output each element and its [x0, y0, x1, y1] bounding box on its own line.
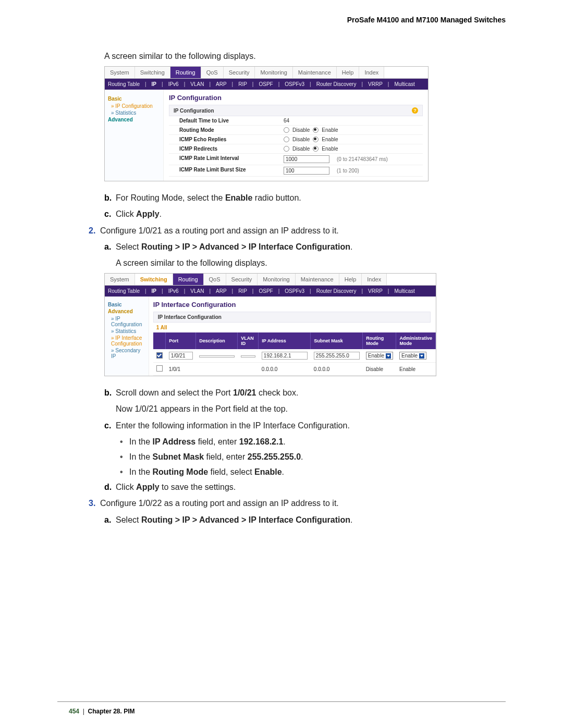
subnav-item[interactable]: IP: [152, 288, 156, 294]
admin-mode-select[interactable]: Enable: [399, 352, 426, 360]
step-b: b.For Routing Mode, select the Enable ra…: [104, 192, 506, 204]
icmp-redir-disable-radio[interactable]: [284, 146, 289, 152]
subnav-item[interactable]: IP: [152, 81, 156, 87]
subnav-item[interactable]: OSPF: [259, 81, 273, 87]
chevron-down-icon: [419, 353, 424, 359]
sidebar-2: Basic Advanced » IP Configuration » Stat…: [105, 297, 149, 376]
sidebar-basic[interactable]: Basic: [108, 96, 160, 102]
subnav-item[interactable]: ARP: [216, 81, 227, 87]
routing-disable-radio[interactable]: [284, 127, 289, 133]
rate-burst-hint: (1 to 200): [337, 168, 359, 174]
sidebar-item-ipintf[interactable]: » IP Interface Configuration: [111, 335, 145, 347]
intro-text: A screen similar to the following displa…: [104, 50, 506, 62]
panel-subhead-2: IP Interface Configuration: [153, 312, 431, 323]
bullet-routing: •In the Routing Mode field, select Enabl…: [120, 466, 506, 478]
interface-table: Port Description VLAN ID IP Address Subn…: [153, 332, 436, 376]
subnav-item[interactable]: ARP: [216, 288, 227, 294]
tab-switching[interactable]: Switching: [135, 67, 170, 78]
tab-index[interactable]: Index: [362, 274, 387, 285]
subnav-item[interactable]: VLAN: [190, 288, 204, 294]
port-input[interactable]: 1/0/21: [169, 352, 193, 360]
routing-enable-radio[interactable]: [313, 127, 319, 133]
subnav-item[interactable]: RIP: [238, 81, 247, 87]
rate-burst-input[interactable]: 100: [284, 167, 329, 175]
th-port: Port: [166, 332, 196, 349]
subnav-item[interactable]: Router Discovery: [316, 288, 357, 294]
tab-maintenance[interactable]: Maintenance: [296, 274, 339, 285]
bullet-mask: •In the Subnet Mask field, enter 255.255…: [120, 451, 506, 463]
tab-maintenance[interactable]: Maintenance: [293, 67, 337, 78]
subnav-item[interactable]: IPv6: [168, 288, 179, 294]
rate-interval-label: ICMP Rate Limit Interval: [179, 155, 284, 163]
row-checkbox[interactable]: [156, 365, 163, 372]
rate-interval-input[interactable]: 1000: [284, 155, 329, 163]
subnav-item[interactable]: VRRP: [368, 81, 383, 87]
subnav-item[interactable]: VRRP: [368, 288, 383, 294]
rate-burst-label: ICMP Rate Limit Burst Size: [179, 167, 284, 175]
th-routing: Routing Mode: [363, 332, 396, 349]
tab-security[interactable]: Security: [226, 274, 258, 285]
routing-mode-label: Routing Mode: [179, 127, 284, 133]
doc-header: ProSafe M4100 and M7100 Managed Switches: [57, 16, 506, 24]
subnav-item[interactable]: VLAN: [190, 81, 204, 87]
step-2c: c.Enter the following information in the…: [104, 419, 506, 431]
tab-switching[interactable]: Switching: [135, 274, 173, 285]
sidebar-item-ipconfig[interactable]: » IP Configuration: [111, 103, 160, 109]
mask-input[interactable]: 255.255.255.0: [314, 352, 360, 360]
sidebar-basic[interactable]: Basic: [108, 302, 145, 307]
sidebar-item-stats[interactable]: » Statistics: [111, 328, 145, 334]
filter-row[interactable]: 1 All: [153, 323, 436, 332]
sidebar: Basic » IP Configuration » Statistics Ad…: [105, 90, 164, 181]
tab-monitoring[interactable]: Monitoring: [258, 274, 295, 285]
th-desc: Description: [196, 332, 238, 349]
help-icon[interactable]: ?: [412, 107, 418, 114]
step-3a: a.Select Routing > IP > Advanced > IP In…: [104, 514, 506, 526]
routing-mode-select[interactable]: Enable: [366, 352, 393, 360]
step-2b: b.Scroll down and select the Port 1/0/21…: [104, 387, 506, 399]
subnav-item[interactable]: OSPFv3: [285, 288, 304, 294]
subnav-item[interactable]: Multicast: [394, 81, 414, 87]
ip-cell: 0.0.0.0: [259, 363, 311, 376]
tab-system[interactable]: System: [105, 274, 135, 285]
sidebar-item-stats[interactable]: » Statistics: [111, 110, 160, 116]
tab-help[interactable]: Help: [337, 67, 360, 78]
tab-help[interactable]: Help: [339, 274, 362, 285]
tab-qos[interactable]: QoS: [204, 274, 226, 285]
page-footer: 454 | Chapter 28. PIM: [69, 708, 135, 715]
step-2a-note: A screen similar to the following displa…: [116, 257, 506, 269]
tab-routing[interactable]: Routing: [173, 274, 204, 285]
ip-input[interactable]: 192.168.2.1: [262, 352, 308, 360]
panel-title: IP Configuration: [169, 94, 423, 102]
th-mask: Subnet Mask: [311, 332, 363, 349]
icmp-echo-enable-radio[interactable]: [313, 137, 319, 142]
sidebar-item-secondary[interactable]: » Secondary IP: [111, 348, 145, 359]
desc-input[interactable]: [199, 355, 235, 357]
subnav-item[interactable]: IPv6: [168, 81, 179, 87]
subnav-item[interactable]: Routing Table: [108, 81, 140, 87]
sidebar-advanced[interactable]: Advanced: [108, 309, 145, 314]
step-2a: a.Select Routing > IP > Advanced > IP In…: [104, 241, 506, 253]
vlan-input[interactable]: [241, 355, 255, 357]
tab-routing[interactable]: Routing: [170, 67, 201, 78]
step-2d: d.Click Apply to save the settings.: [104, 481, 506, 493]
tab-system[interactable]: System: [105, 67, 135, 78]
subnav-item[interactable]: OSPFv3: [285, 81, 304, 87]
subnav-item[interactable]: OSPF: [259, 288, 273, 294]
sub-nav-2: Routing Table| IP| IPv6| VLAN| ARP| RIP|…: [105, 286, 436, 297]
subnav-item[interactable]: Multicast: [394, 288, 414, 294]
tab-index[interactable]: Index: [359, 67, 384, 78]
tab-monitoring[interactable]: Monitoring: [255, 67, 292, 78]
tab-qos[interactable]: QoS: [201, 67, 224, 78]
tab-security[interactable]: Security: [224, 67, 255, 78]
icmp-redir-enable-radio[interactable]: [313, 146, 319, 152]
subnav-item[interactable]: Routing Table: [108, 288, 140, 294]
chevron-down-icon: [386, 353, 391, 359]
th-vlan: VLAN ID: [238, 332, 259, 349]
icmp-echo-disable-radio[interactable]: [284, 137, 289, 142]
subnav-item[interactable]: RIP: [238, 288, 247, 294]
step-2b-note: Now 1/0/21 appears in the Port field at …: [116, 403, 506, 415]
row-checkbox[interactable]: [156, 352, 163, 359]
subnav-item[interactable]: Router Discovery: [316, 81, 357, 87]
sidebar-advanced[interactable]: Advanced: [108, 117, 160, 122]
sidebar-item-ipconfig[interactable]: » IP Configuration: [111, 316, 145, 327]
